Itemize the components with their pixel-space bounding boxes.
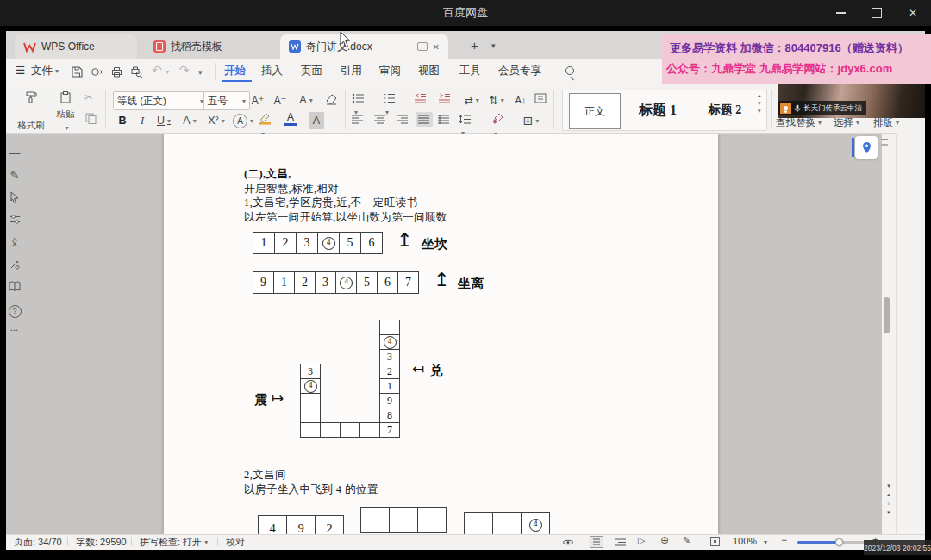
float-window-icon[interactable] [417, 42, 428, 51]
minimize-button[interactable] [822, 0, 859, 26]
save-button[interactable] [71, 65, 84, 78]
borders-button[interactable]: ⊞ [521, 112, 541, 129]
distribute-button[interactable] [438, 115, 450, 124]
mini-icon[interactable] [881, 144, 888, 146]
proofread-button[interactable]: 校对 [226, 536, 245, 549]
paste-button[interactable]: 粘贴 [50, 88, 81, 134]
char-scale-button[interactable]: ⇄ [460, 91, 483, 109]
zoom-slider-knob[interactable] [835, 538, 843, 546]
undo-chevron-icon[interactable]: ▾ [166, 68, 169, 76]
menu-tab-tools[interactable]: 工具 [459, 64, 481, 78]
find-replace-button[interactable]: 查找替换 [776, 116, 822, 129]
show-marks-button[interactable] [534, 93, 547, 103]
italic-button[interactable]: I [134, 112, 150, 129]
select-cursor-icon[interactable] [0, 191, 29, 203]
copy-button[interactable] [84, 112, 97, 124]
reading-book-icon[interactable] [0, 281, 29, 291]
web-view-button[interactable]: ⊕ [660, 534, 669, 546]
zoom-chevron-icon[interactable]: ▾ [764, 538, 767, 546]
font-name-select[interactable]: 等线 (正文)▾ [113, 91, 208, 110]
new-tab-button[interactable]: + [471, 38, 478, 53]
strikethrough-button[interactable]: A [178, 112, 201, 129]
style-gallery-scroll[interactable]: ▴▾▾ [758, 92, 761, 114]
grow-font-button[interactable]: A⁺ [248, 91, 267, 109]
hamburger-icon[interactable]: ☰ [16, 64, 25, 77]
menu-tab-insert[interactable]: 插入 [261, 64, 283, 78]
numbering-icon [383, 93, 396, 103]
tab-active-document[interactable]: 奇门讲义.docx ✕ [280, 34, 448, 59]
page-up-icon[interactable]: ▲ [886, 492, 891, 497]
underline-button[interactable]: U [153, 112, 175, 129]
quickbar-chevron-icon[interactable]: ▾ [198, 68, 203, 77]
menu-tab-review[interactable]: 审阅 [379, 64, 401, 78]
tab-list-chevron-icon[interactable]: ▾ [491, 41, 496, 50]
edit-mode-button[interactable]: ✎ [683, 535, 690, 546]
redo-button[interactable]: ↷ [179, 63, 190, 77]
text-direction-button[interactable]: ⇅ [486, 91, 507, 109]
zoom-level[interactable]: 100% [733, 536, 757, 546]
tab-docer-templates[interactable]: 找稻壳模板 [145, 34, 270, 59]
bold-button[interactable]: B [114, 112, 131, 129]
page-down-icon[interactable]: ▼ [886, 510, 891, 515]
outline-view-button[interactable] [615, 538, 627, 546]
page-indicator[interactable]: 页面: 34/70 [14, 536, 62, 549]
justify-button[interactable] [416, 112, 433, 127]
menu-tab-page[interactable]: 页面 [301, 64, 322, 78]
style-heading2[interactable]: 标题 2 [697, 93, 753, 128]
sort-button[interactable]: A↓ [510, 91, 531, 109]
align-center-button[interactable] [374, 115, 386, 124]
file-menu[interactable]: 文件 [31, 64, 59, 78]
select-browse-object-icon[interactable]: ▫ [888, 500, 890, 507]
select-button[interactable]: 选择 [834, 116, 859, 129]
style-heading1[interactable]: 标题 1 [627, 93, 689, 128]
align-left-button[interactable] [352, 115, 364, 124]
maximize-button[interactable] [859, 0, 895, 26]
settings-sliders-icon[interactable] [0, 214, 29, 225]
font-size-select[interactable]: 五号▾ [203, 91, 250, 110]
superscript-button[interactable]: X² [204, 112, 228, 129]
prev-page-icon[interactable]: ▾ [887, 482, 890, 489]
mini-icon[interactable] [881, 139, 888, 140]
text-effect-button[interactable]: A [295, 91, 317, 109]
menu-tab-member[interactable]: 会员专享 [498, 64, 541, 78]
print-button[interactable] [110, 65, 123, 78]
location-pin-button[interactable] [855, 136, 878, 159]
menu-tab-home[interactable]: 开始 [224, 64, 246, 78]
eye-preview-button[interactable] [562, 538, 574, 546]
align-right-button[interactable] [397, 115, 409, 124]
menu-tab-references[interactable]: 引用 [341, 64, 362, 78]
print-preview-button[interactable] [130, 65, 143, 78]
undo-button[interactable]: ↶ [152, 63, 162, 77]
clear-format-button[interactable] [324, 93, 338, 105]
format-painter-button[interactable]: 格式刷 [16, 88, 47, 134]
more-icon[interactable]: ••• [0, 327, 29, 333]
zoom-out-button[interactable]: − [781, 534, 787, 546]
cell: 4 [379, 334, 400, 350]
close-button[interactable]: ✕ [895, 0, 931, 26]
fullscreen-button[interactable] [710, 537, 720, 546]
doc-repair-icon[interactable] [0, 258, 29, 270]
tab-wps-office[interactable]: WPS Office [15, 34, 137, 59]
spellcheck-status[interactable]: 拼写检查: 打开 [140, 536, 208, 549]
translate-icon[interactable]: 文 [0, 236, 29, 249]
increase-indent-button[interactable] [438, 93, 451, 103]
style-normal[interactable]: 正文 [569, 93, 621, 129]
export-button[interactable] [91, 65, 103, 78]
decrease-indent-button[interactable] [414, 93, 427, 103]
typeset-button[interactable]: 排版 [873, 116, 899, 129]
word-count[interactable]: 字数: 29590 [76, 536, 127, 549]
char-shading-button[interactable]: A [309, 112, 324, 129]
vertical-scrollbar-thumb[interactable] [884, 297, 890, 333]
text-effects-button[interactable]: A [232, 112, 254, 129]
tab-close-icon[interactable]: ✕ [433, 42, 440, 52]
collapse-icon[interactable]: — [0, 146, 29, 159]
page-view-button[interactable] [590, 536, 603, 548]
menu-tab-view[interactable]: 视图 [418, 64, 440, 78]
search-icon[interactable] [565, 66, 574, 76]
cut-button[interactable]: ✂ [84, 91, 93, 103]
edit-pen-icon[interactable]: ✎ [0, 169, 29, 182]
shrink-font-button[interactable]: A⁻ [271, 91, 290, 109]
play-view-button[interactable]: ▷ [638, 535, 645, 546]
help-icon[interactable]: ? [0, 303, 29, 318]
cell [379, 320, 400, 335]
